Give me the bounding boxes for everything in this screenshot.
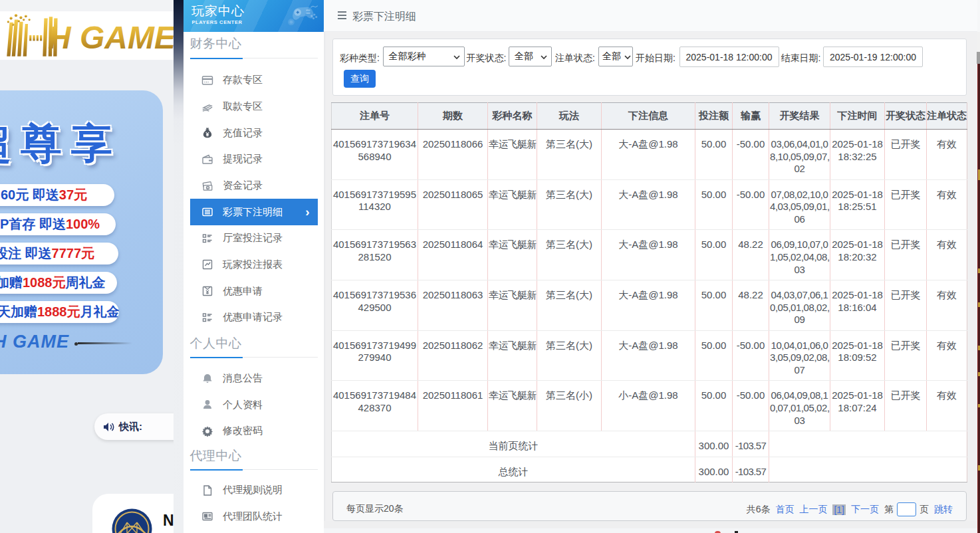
svg-text:H GAME: H GAME bbox=[48, 20, 177, 55]
